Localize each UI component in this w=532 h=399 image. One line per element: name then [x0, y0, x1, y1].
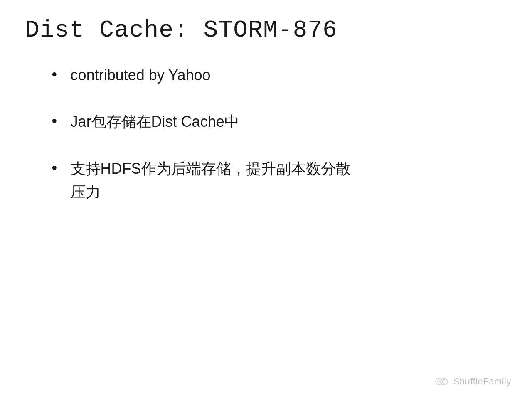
svg-point-1 — [437, 380, 441, 384]
watermark: ShuffleFamily — [435, 376, 511, 387]
bullet-dot-1: • — [50, 65, 59, 86]
bullet-text-3-line1: 支持HDFS作为后端存储，提升副本数分散 — [71, 160, 351, 177]
bullet-dot-2: • — [50, 112, 59, 133]
list-item: • 支持HDFS作为后端存储，提升副本数分散 压力 — [50, 158, 507, 203]
bullet-text-3-line2: 压力 — [71, 181, 101, 203]
bullet-text-3: 支持HDFS作为后端存储，提升副本数分散 压力 — [71, 158, 351, 203]
watermark-text: ShuffleFamily — [453, 376, 511, 387]
list-item: • contributed by Yahoo — [50, 64, 507, 86]
slide-title: Dist Cache: STORM-876 — [25, 17, 507, 44]
slide-container: Dist Cache: STORM-876 • contributed by Y… — [0, 0, 532, 399]
bullet-text-2: Jar包存储在Dist Cache中 — [71, 111, 239, 133]
svg-point-3 — [443, 379, 445, 381]
bullet-text-1: contributed by Yahoo — [71, 64, 211, 86]
list-item: • Jar包存储在Dist Cache中 — [50, 111, 507, 133]
watermark-icon — [435, 376, 450, 387]
svg-point-4 — [443, 383, 445, 384]
bullet-list: • contributed by Yahoo • Jar包存储在Dist Cac… — [50, 64, 507, 203]
bullet-dot-3: • — [50, 159, 59, 180]
